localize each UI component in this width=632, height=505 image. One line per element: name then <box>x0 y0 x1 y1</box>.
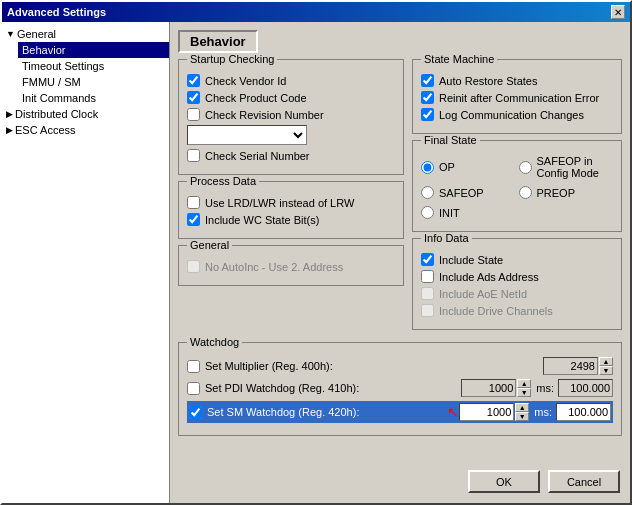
process-data-label: Process Data <box>187 175 259 187</box>
radio-safeop[interactable] <box>421 186 434 199</box>
watchdog-multiplier-checkbox[interactable] <box>187 360 200 373</box>
include-ads-row: Include Ads Address <box>421 270 613 283</box>
pdi-spin-down[interactable]: ▼ <box>517 388 531 397</box>
check-product-label: Check Product Code <box>205 92 307 104</box>
watchdog-multiplier-spin: ▲ ▼ <box>599 357 613 375</box>
watchdog-multiplier-row: Set Multiplier (Reg. 400h): ▲ ▼ <box>187 357 613 375</box>
final-state-radios: OP SAFEOP in Config Mode SAFEOP <box>421 155 613 223</box>
include-wc-checkbox[interactable] <box>187 213 200 226</box>
final-state-label: Final State <box>421 134 480 146</box>
section-title: Behavior <box>178 30 258 53</box>
use-lrd-checkbox[interactable] <box>187 196 200 209</box>
include-state-checkbox[interactable] <box>421 253 434 266</box>
include-drive-label: Include Drive Channels <box>439 305 553 317</box>
pdi-spin-up[interactable]: ▲ <box>517 379 531 388</box>
watchdog-pdi-spin: ▲ ▼ <box>517 379 531 397</box>
expand-dc-icon: ▶ <box>6 109 13 119</box>
check-serial-checkbox[interactable] <box>187 149 200 162</box>
general-children: Behavior Timeout Settings FMMU / SM Init… <box>18 42 169 106</box>
log-changes-label: Log Communication Changes <box>439 109 584 121</box>
general-group-label: General <box>187 239 232 251</box>
title-bar: Advanced Settings ✕ <box>2 2 630 22</box>
watchdog-multiplier-label: Set Multiplier (Reg. 400h): <box>205 360 539 372</box>
sm-spin-down[interactable]: ▼ <box>515 412 529 421</box>
sidebar-item-distributed-clock[interactable]: ▶ Distributed Clock <box>2 106 169 122</box>
window-content: ▼ General Behavior Timeout Settings FMMU… <box>2 22 630 503</box>
radio-preop[interactable] <box>519 186 532 199</box>
radio-op[interactable] <box>421 161 434 174</box>
include-state-label: Include State <box>439 254 503 266</box>
expand-esc-icon: ▶ <box>6 125 13 135</box>
footer-buttons: OK Cancel <box>468 470 620 493</box>
watchdog-sm-input[interactable] <box>459 403 514 421</box>
use-lrd-row: Use LRD/LWR instead of LRW <box>187 196 395 209</box>
sidebar-esc-label: ESC Access <box>15 124 76 136</box>
close-button[interactable]: ✕ <box>611 5 625 19</box>
right-panel: State Machine Auto Restore States Reinit… <box>412 59 622 336</box>
log-changes-checkbox[interactable] <box>421 108 434 121</box>
radio-safeop-config[interactable] <box>519 161 532 174</box>
include-drive-checkbox[interactable] <box>421 304 434 317</box>
watchdog-sm-ms-input[interactable] <box>556 403 611 421</box>
sm-ms-label: ms: <box>534 406 552 418</box>
multiplier-spin-up[interactable]: ▲ <box>599 357 613 366</box>
sidebar-item-fmmu-sm[interactable]: FMMU / SM <box>18 74 169 90</box>
check-revision-row: Check Revision Number <box>187 108 395 121</box>
auto-restore-checkbox[interactable] <box>421 74 434 87</box>
sidebar-item-timeout-settings[interactable]: Timeout Settings <box>18 58 169 74</box>
check-revision-checkbox[interactable] <box>187 108 200 121</box>
check-vendor-row: Check Vendor Id <box>187 74 395 87</box>
watchdog-pdi-checkbox[interactable] <box>187 382 200 395</box>
sidebar-general-label: General <box>17 28 56 40</box>
sidebar-item-general[interactable]: ▼ General <box>2 26 169 42</box>
include-wc-row: Include WC State Bit(s) <box>187 213 395 226</box>
sidebar-item-behavior[interactable]: Behavior <box>18 42 169 58</box>
sidebar-init-label: Init Commands <box>22 92 96 104</box>
check-product-row: Check Product Code <box>187 91 395 104</box>
left-panel: Startup Checking Check Vendor Id Check P… <box>178 59 404 336</box>
process-data-group: Process Data Use LRD/LWR instead of LRW … <box>178 181 404 239</box>
cancel-button[interactable]: Cancel <box>548 470 620 493</box>
radio-init-row: INIT <box>421 206 516 219</box>
radio-op-row: OP <box>421 155 516 179</box>
include-wc-label: Include WC State Bit(s) <box>205 214 319 226</box>
watchdog-sm-row: Set SM Watchdog (Reg. 420h): ↖ ▲ ▼ ms: <box>187 401 613 423</box>
no-autoinc-checkbox[interactable] <box>187 260 200 273</box>
radio-init[interactable] <box>421 206 434 219</box>
check-serial-label: Check Serial Number <box>205 150 310 162</box>
include-ads-checkbox[interactable] <box>421 270 434 283</box>
startup-checking-label: Startup Checking <box>187 53 277 65</box>
radio-safeop-row: SAFEOP <box>421 186 516 199</box>
no-autoinc-row: No AutoInc - Use 2. Address <box>187 260 395 273</box>
multiplier-spin-down[interactable]: ▼ <box>599 366 613 375</box>
check-product-checkbox[interactable] <box>187 91 200 104</box>
sidebar: ▼ General Behavior Timeout Settings FMMU… <box>2 22 170 503</box>
check-vendor-checkbox[interactable] <box>187 74 200 87</box>
sidebar-item-init-commands[interactable]: Init Commands <box>18 90 169 106</box>
ok-button[interactable]: OK <box>468 470 540 493</box>
sidebar-fmmu-label: FMMU / SM <box>22 76 81 88</box>
watchdog-pdi-input[interactable] <box>461 379 516 397</box>
sm-spin-up[interactable]: ▲ <box>515 403 529 412</box>
sidebar-item-esc-access[interactable]: ▶ ESC Access <box>2 122 169 138</box>
check-vendor-label: Check Vendor Id <box>205 75 286 87</box>
watchdog-sm-checkbox[interactable] <box>189 406 202 419</box>
watchdog-multiplier-input[interactable] <box>543 357 598 375</box>
radio-safeop-label: SAFEOP <box>439 187 484 199</box>
log-changes-row: Log Communication Changes <box>421 108 613 121</box>
include-aoe-row: Include AoE NetId <box>421 287 613 300</box>
startup-checking-group: Startup Checking Check Vendor Id Check P… <box>178 59 404 175</box>
radio-preop-label: PREOP <box>537 187 576 199</box>
sidebar-timeout-label: Timeout Settings <box>22 60 104 72</box>
expand-general-icon: ▼ <box>6 29 15 39</box>
auto-restore-row: Auto Restore States <box>421 74 613 87</box>
check-revision-label: Check Revision Number <box>205 109 324 121</box>
pdi-ms-label: ms: <box>536 382 554 394</box>
main-area: Behavior Startup Checking Check Vendor I… <box>170 22 630 503</box>
include-aoe-checkbox[interactable] <box>421 287 434 300</box>
watchdog-pdi-ms-input[interactable] <box>558 379 613 397</box>
reinit-checkbox[interactable] <box>421 91 434 104</box>
watchdog-sm-spin: ▲ ▼ <box>515 403 529 421</box>
general-group: General No AutoInc - Use 2. Address <box>178 245 404 286</box>
revision-dropdown[interactable] <box>187 125 307 145</box>
